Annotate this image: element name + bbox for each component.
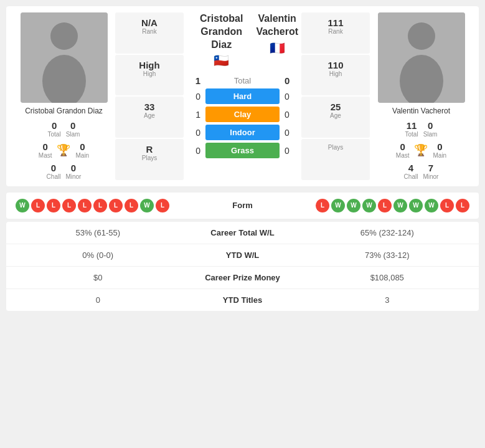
left-player-name: Cristobal Grandon Diaz [25, 107, 103, 117]
trophy-icon-left: 🏆 [57, 143, 70, 157]
form-badge-l: L [316, 199, 329, 212]
stat-left-0: 53% (61-55) [16, 228, 181, 237]
court-rows: 0 Hard 0 1 Clay 0 0 Indoor 0 0 Grass [187, 88, 298, 158]
form-badge-w: W [347, 199, 360, 212]
form-badge-l: L [156, 199, 169, 212]
center-left-header: Cristobal Grandon Diaz 🇨🇱 [187, 12, 256, 68]
right-player-panel: Valentin Vacherot 11 Total 0 Slam 0 Mast… [370, 12, 473, 180]
left-player-avatar [21, 12, 108, 103]
left-minor-stat: 0 Minor [65, 163, 81, 180]
stat-right-3: 3 [305, 295, 470, 305]
form-badge-l: L [62, 199, 76, 212]
form-badge-l: L [78, 199, 92, 212]
trophy-icon-right: 🏆 [414, 143, 428, 157]
svg-point-4 [408, 22, 435, 50]
form-badge-l: L [31, 199, 45, 212]
left-age-cell: 33 Age [115, 97, 184, 138]
right-age-cell: 25 Age [301, 97, 370, 138]
stat-left-1: 0% (0-0) [16, 250, 181, 260]
hard-row: 0 Hard 0 [187, 88, 298, 104]
right-stats-row1: 11 Total 0 Slam [405, 120, 438, 138]
stat-label-3: YTD Titles [181, 295, 305, 305]
left-high-cell: High High [115, 55, 184, 96]
form-label: Form [212, 201, 274, 210]
form-badge-l: L [440, 199, 454, 212]
right-flag: 🇫🇷 [270, 41, 285, 55]
form-badge-l: L [456, 199, 469, 212]
right-main-stat: 0 Main [433, 141, 446, 159]
right-slam-stat: 0 Slam [423, 120, 438, 138]
stats-rows: 53% (61-55) Career Total W/L 65% (232-12… [6, 222, 479, 311]
hard-button[interactable]: Hard [205, 88, 280, 104]
stat-right-1: 73% (33-12) [305, 250, 470, 260]
stats-row-0: 53% (61-55) Career Total W/L 65% (232-12… [6, 222, 479, 244]
left-form-badges: WLLLLLLLWL [16, 199, 212, 212]
form-badge-w: W [331, 199, 345, 212]
stat-label-2: Career Prize Money [181, 273, 305, 282]
right-stats-row3: 4 Chall 7 Minor [404, 163, 439, 180]
right-stats-row2: 0 Mast 🏆 0 Main [396, 141, 446, 159]
form-badge-l: L [47, 199, 60, 212]
form-badge-w: W [140, 199, 154, 212]
form-section: WLLLLLLLWL Form LWWWLWWWLL [6, 193, 479, 219]
stats-row-1: 0% (0-0) YTD W/L 73% (33-12) [6, 244, 479, 267]
right-middle-panel: 111 Rank 110 High 25 Age Plays [301, 12, 370, 180]
right-total-stat: 11 Total [405, 120, 418, 138]
right-chall-stat: 4 Chall [404, 163, 418, 180]
form-badge-l: L [109, 199, 123, 212]
left-mast-stat: 0 Mast [39, 141, 52, 159]
stat-left-3: 0 [16, 295, 181, 305]
left-plays-cell: R Plays [115, 139, 184, 180]
form-badge-l: L [93, 199, 107, 212]
comparison-top: Cristobal Grandon Diaz 0 Total 0 Slam 0 … [12, 12, 473, 180]
right-form-badges: LWWWLWWWLL [274, 199, 470, 212]
right-plays-cell: Plays [301, 139, 370, 180]
right-high-cell: 110 High [301, 55, 370, 96]
indoor-button[interactable]: Indoor [205, 125, 280, 140]
form-badge-w: W [362, 199, 376, 212]
right-rank-cell: 111 Rank [301, 12, 370, 54]
left-stats-row2: 0 Mast 🏆 0 Main [39, 141, 89, 159]
form-badge-w: W [425, 199, 438, 212]
left-total-stat: 0 Total [48, 120, 61, 138]
form-badge-l: L [125, 199, 138, 212]
form-badge-l: L [378, 199, 392, 212]
stat-right-2: $108,085 [305, 273, 470, 282]
form-badge-w: W [16, 199, 29, 212]
form-badge-w: W [409, 199, 423, 212]
grass-row: 0 Grass 0 [187, 143, 298, 158]
left-slam-stat: 0 Slam [66, 120, 80, 138]
stat-left-2: $0 [16, 273, 181, 282]
comparison-card: Cristobal Grandon Diaz 0 Total 0 Slam 0 … [6, 6, 479, 186]
left-stats-row1: 0 Total 0 Slam [48, 120, 80, 138]
left-stats-row3: 0 Chall 0 Minor [47, 163, 82, 180]
stat-label-1: YTD W/L [181, 250, 305, 260]
center-right-header: Valentin Vacherot 🇫🇷 [256, 12, 298, 68]
right-player-name: Valentin Vacherot [392, 107, 450, 117]
right-minor-stat: 7 Minor [423, 163, 438, 180]
left-chall-stat: 0 Chall [47, 163, 61, 180]
right-player-avatar [378, 12, 465, 103]
clay-button[interactable]: Clay [205, 107, 280, 122]
form-badge-w: W [393, 199, 407, 212]
stats-row-3: 0 YTD Titles 3 [6, 289, 479, 311]
left-player-panel: Cristobal Grandon Diaz 0 Total 0 Slam 0 … [12, 12, 115, 180]
left-middle-panel: N/A Rank High High 33 Age R Plays [115, 12, 184, 180]
stats-row-2: $0 Career Prize Money $108,085 [6, 267, 479, 289]
left-flag: 🇨🇱 [214, 53, 229, 68]
right-mast-stat: 0 Mast [396, 141, 410, 159]
clay-row: 1 Clay 0 [187, 107, 298, 122]
stat-label-0: Career Total W/L [181, 228, 305, 237]
stat-right-0: 65% (232-124) [305, 228, 470, 237]
svg-point-1 [50, 22, 78, 50]
left-main-stat: 0 Main [75, 141, 89, 159]
left-rank-cell: N/A Rank [115, 12, 184, 54]
indoor-row: 0 Indoor 0 [187, 125, 298, 140]
total-row: 1 Total 0 [187, 75, 298, 86]
grass-button[interactable]: Grass [205, 143, 280, 158]
center-panel: Cristobal Grandon Diaz 🇨🇱 Valentin Vache… [184, 12, 301, 180]
